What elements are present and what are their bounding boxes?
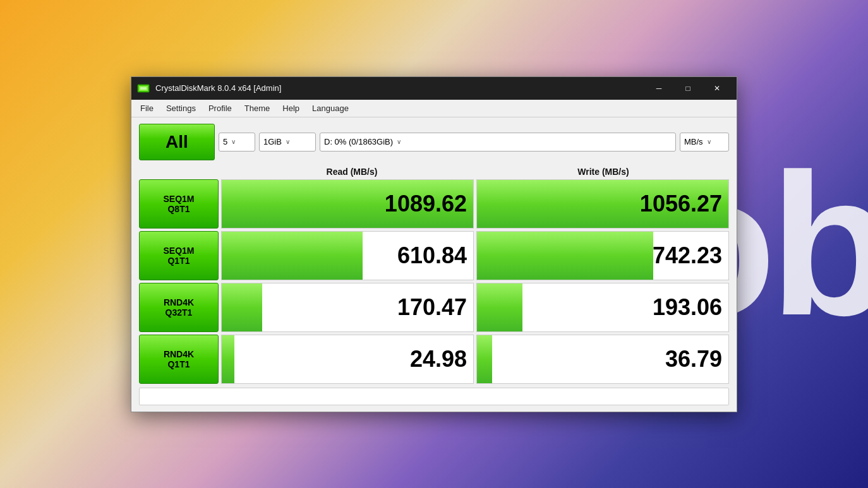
- bench-write-cell-0: 1056.27: [476, 179, 729, 229]
- bench-read-cell-3: 24.98: [221, 335, 474, 384]
- bench-label-line2: Q1T1: [167, 359, 190, 369]
- read-header: Read (MB/s): [226, 165, 478, 178]
- menubar: File Settings Profile Theme Help Languag…: [131, 100, 737, 117]
- bench-write-value-1: 742.23: [653, 242, 722, 269]
- bench-read-bar-2: [222, 283, 262, 331]
- bench-write-value-3: 36.79: [665, 346, 722, 372]
- bench-row: SEQ1M Q1T1 610.84 742.23: [139, 231, 729, 280]
- column-headers: Read (MB/s) Write (MB/s): [226, 165, 729, 178]
- menu-language[interactable]: Language: [306, 102, 355, 115]
- statusbar: [139, 388, 729, 405]
- bench-write-bar-3: [477, 335, 492, 383]
- bench-label-line1: RND4K: [164, 349, 194, 359]
- bench-write-value-0: 1056.27: [640, 191, 722, 217]
- bench-write-bar-2: [477, 283, 522, 331]
- count-value: 5: [223, 137, 227, 146]
- bench-label-line1: RND4K: [164, 297, 194, 307]
- bench-write-bar-1: [477, 232, 653, 280]
- bench-read-value-0: 1089.62: [385, 191, 467, 217]
- drive-value: D: 0% (0/1863GiB): [324, 137, 393, 146]
- bench-label-line2: Q8T1: [167, 204, 190, 214]
- content-area: All 5 ∨ 1GiB ∨ D: 0% (0/1863GiB) ∨ MB/s …: [131, 117, 737, 412]
- bench-read-cell-0: 1089.62: [221, 179, 474, 229]
- write-header: Write (MB/s): [478, 165, 729, 178]
- drive-dropdown[interactable]: D: 0% (0/1863GiB) ∨: [320, 133, 676, 152]
- bench-label-line2: Q1T1: [167, 256, 190, 266]
- bench-write-cell-1: 742.23: [476, 231, 729, 280]
- drive-arrow: ∨: [397, 138, 401, 145]
- count-arrow: ∨: [231, 138, 236, 145]
- bench-label-2: RND4K Q32T1: [139, 283, 219, 332]
- bench-label-line1: SEQ1M: [163, 246, 194, 256]
- menu-settings[interactable]: Settings: [160, 102, 202, 115]
- window-title: CrystalDiskMark 8.0.4 x64 [Admin]: [155, 83, 644, 93]
- bench-read-value-2: 170.47: [397, 294, 467, 321]
- bench-read-cell-2: 170.47: [221, 283, 474, 332]
- bench-label-line2: Q32T1: [166, 307, 193, 318]
- unit-dropdown[interactable]: MB/s ∨: [680, 133, 729, 152]
- all-button[interactable]: All: [139, 124, 215, 160]
- menu-help[interactable]: Help: [276, 102, 306, 115]
- bench-write-cell-3: 36.79: [476, 335, 729, 384]
- svg-rect-2: [140, 87, 147, 90]
- unit-value: MB/s: [684, 137, 703, 146]
- bench-row: SEQ1M Q8T1 1089.62 1056.27: [139, 179, 729, 229]
- minimize-button[interactable]: ─: [644, 77, 673, 100]
- size-value: 1GiB: [263, 137, 282, 146]
- size-dropdown[interactable]: 1GiB ∨: [259, 133, 316, 152]
- maximize-button[interactable]: □: [673, 77, 702, 100]
- unit-arrow: ∨: [707, 138, 711, 145]
- bench-write-value-2: 193.06: [653, 294, 722, 321]
- window-controls: ─ □ ✕: [644, 77, 732, 100]
- bench-label-3: RND4K Q1T1: [139, 335, 219, 384]
- benchmark-rows: SEQ1M Q8T1 1089.62 1056.27 SEQ1M Q1T1 61…: [139, 179, 729, 384]
- bench-read-value-3: 24.98: [410, 346, 467, 372]
- bench-read-value-1: 610.84: [397, 242, 467, 269]
- bench-label-0: SEQ1M Q8T1: [139, 179, 219, 229]
- menu-theme[interactable]: Theme: [238, 102, 276, 115]
- bench-row: RND4K Q1T1 24.98 36.79: [139, 335, 729, 384]
- bench-read-bar-1: [222, 232, 363, 280]
- bench-read-bar-3: [222, 335, 234, 383]
- controls-row: All 5 ∨ 1GiB ∨ D: 0% (0/1863GiB) ∨ MB/s …: [139, 124, 729, 160]
- count-dropdown[interactable]: 5 ∨: [219, 133, 255, 152]
- menu-file[interactable]: File: [134, 102, 160, 115]
- app-icon: [136, 81, 150, 95]
- titlebar: CrystalDiskMark 8.0.4 x64 [Admin] ─ □ ✕: [131, 77, 737, 100]
- bench-label-1: SEQ1M Q1T1: [139, 231, 219, 280]
- menu-profile[interactable]: Profile: [202, 102, 238, 115]
- size-arrow: ∨: [286, 138, 290, 145]
- app-window: CrystalDiskMark 8.0.4 x64 [Admin] ─ □ ✕ …: [131, 76, 737, 412]
- bench-row: RND4K Q32T1 170.47 193.06: [139, 283, 729, 332]
- bench-read-cell-1: 610.84: [221, 231, 474, 280]
- close-button[interactable]: ✕: [702, 77, 732, 100]
- bench-label-line1: SEQ1M: [163, 194, 194, 204]
- bench-write-cell-2: 193.06: [476, 283, 729, 332]
